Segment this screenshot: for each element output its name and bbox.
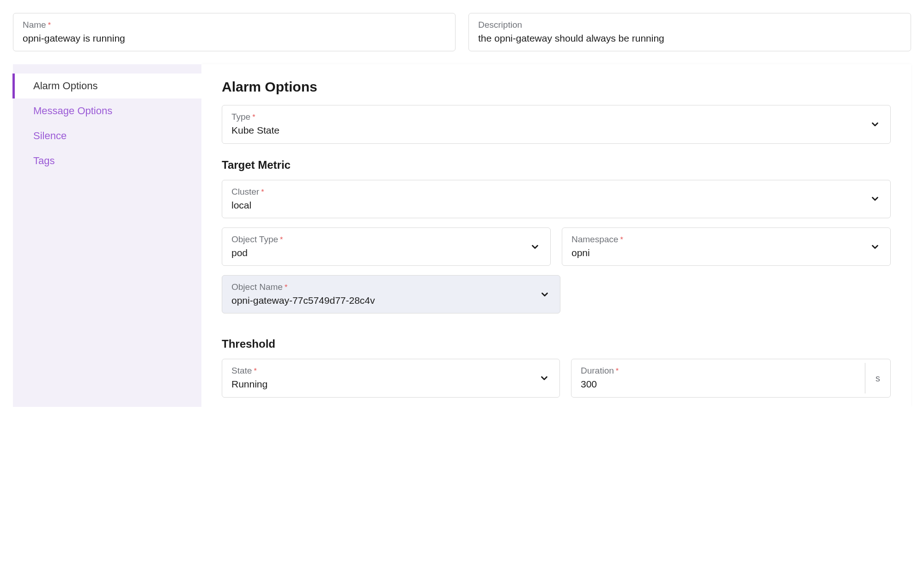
state-select[interactable]: State * Running <box>222 359 560 397</box>
description-value: the opni-gateway should always be runnin… <box>478 32 901 44</box>
object-type-select[interactable]: Object Type * pod <box>222 227 551 266</box>
chevron-down-icon <box>540 289 550 300</box>
required-asterisk: * <box>252 113 255 122</box>
chevron-down-icon <box>870 194 880 204</box>
duration-label: Duration <box>581 366 614 376</box>
required-asterisk: * <box>280 236 283 244</box>
sidebar: Alarm Options Message Options Silence Ta… <box>13 64 201 406</box>
name-value: opni-gateway is running <box>23 32 446 44</box>
main-panel: Alarm Options Type * Kube State Target M… <box>201 64 911 406</box>
target-metric-title: Target Metric <box>222 159 891 172</box>
chevron-down-icon <box>870 119 880 129</box>
duration-value: 300 <box>581 378 856 390</box>
sidebar-item-alarm-options[interactable]: Alarm Options <box>12 74 201 98</box>
cluster-value: local <box>231 199 881 211</box>
required-asterisk: * <box>285 283 287 292</box>
type-select[interactable]: Type * Kube State <box>222 105 891 143</box>
type-value: Kube State <box>231 124 881 136</box>
name-label: Name <box>23 20 46 30</box>
required-asterisk: * <box>616 367 619 375</box>
description-field[interactable]: Description the opni-gateway should alwa… <box>468 13 911 51</box>
object-name-value: opni-gateway-77c5749d77-28c4v <box>231 294 551 307</box>
sidebar-item-tags[interactable]: Tags <box>15 148 201 173</box>
sidebar-item-silence[interactable]: Silence <box>15 123 201 148</box>
object-name-select[interactable]: Object Name * opni-gateway-77c5749d77-28… <box>222 275 560 313</box>
required-asterisk: * <box>48 21 51 30</box>
chevron-down-icon <box>539 373 549 383</box>
object-type-label: Object Type <box>231 234 278 245</box>
object-type-value: pod <box>231 246 541 259</box>
duration-field[interactable]: Duration * 300 s <box>571 359 891 397</box>
cluster-select[interactable]: Cluster * local <box>222 180 891 218</box>
required-asterisk: * <box>254 367 256 375</box>
cluster-label: Cluster <box>231 187 259 197</box>
namespace-value: opni <box>571 246 881 259</box>
required-asterisk: * <box>620 236 623 244</box>
duration-unit: s <box>865 363 890 393</box>
state-value: Running <box>231 378 550 390</box>
state-label: State <box>231 366 252 376</box>
object-name-label: Object Name <box>231 282 283 292</box>
chevron-down-icon <box>530 242 540 252</box>
type-label: Type <box>231 112 250 122</box>
section-title: Alarm Options <box>222 79 891 95</box>
name-field[interactable]: Name * opni-gateway is running <box>13 13 456 51</box>
namespace-label: Namespace <box>571 234 618 245</box>
required-asterisk: * <box>261 188 264 196</box>
chevron-down-icon <box>870 242 880 252</box>
threshold-title: Threshold <box>222 338 891 350</box>
description-label: Description <box>478 20 522 30</box>
sidebar-item-message-options[interactable]: Message Options <box>15 98 201 123</box>
namespace-select[interactable]: Namespace * opni <box>562 227 891 266</box>
